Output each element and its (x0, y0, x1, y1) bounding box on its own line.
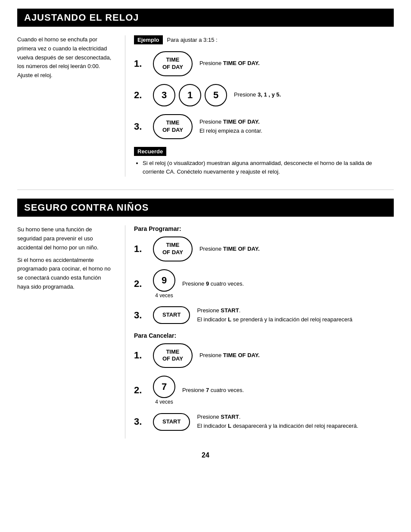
cancel-4veces-label: 4 veces (155, 399, 173, 405)
prog-step3-start-button[interactable]: START (153, 306, 190, 324)
cancel-step1-label: Presione TIME OF DAY. (199, 351, 260, 360)
cancel-step1-content: TIME OF DAY Presione TIME OF DAY. (153, 343, 260, 368)
prog-step2-content: 9 4 veces Presione 9 cuatro veces. (153, 269, 244, 299)
page: AJUSTANDO EL RELOJ Cuando el horno se en… (0, 0, 411, 472)
prog-step1: 1. TIME OF DAY Presione TIME OF DAY. (134, 236, 394, 261)
recuerde-block: Recuerde Si el reloj (o visualizador) mu… (134, 148, 394, 177)
step3-tod-button[interactable]: TIME OF DAY (153, 114, 193, 139)
prog-step3: 3. START Presione START. El indicador L … (134, 306, 394, 324)
step3-content: TIME OF DAY Presione TIME OF DAY. El rel… (153, 114, 262, 139)
cancel-step1-tod-button[interactable]: TIME OF DAY (153, 343, 193, 368)
cancel-step3: 3. START Presione START. El indicador L … (134, 413, 394, 431)
cancel-step3-number: 3. (134, 416, 144, 427)
para-programar-header: Para Programar: (134, 225, 394, 232)
ejemplo-row: Ejemplo Para ajustar a 3:15 : (134, 35, 394, 44)
prog-step1-label: Presione TIME OF DAY. (199, 245, 260, 254)
prog-step1-tod-button[interactable]: TIME OF DAY (153, 236, 193, 261)
ejemplo-text: Para ajustar a 3:15 : (167, 37, 218, 43)
prog-step3-label: Presione START. El indicador L se prende… (197, 306, 352, 324)
cancel-step3-start-button[interactable]: START (153, 413, 190, 431)
step1-label: Presione TIME OF DAY. (199, 59, 260, 68)
step1-button-line1: TIME (166, 56, 179, 63)
step1-content: TIME OF DAY Presione TIME OF DAY. (153, 51, 260, 76)
step3-label: Presione TIME OF DAY. El reloj empieza a… (199, 118, 262, 136)
section2-body: Su horno tiene una función de seguridad … (17, 225, 394, 439)
cancel-step1-number: 1. (134, 350, 144, 361)
cancel-step2: 2. 7 4 veces Presione 7 cuatro veces. (134, 376, 394, 405)
cancel-step2-content: 7 4 veces Presione 7 cuatro veces. (153, 376, 244, 405)
page-number: 24 (17, 451, 394, 459)
section1: AJUSTANDO EL RELOJ Cuando el horno se en… (17, 9, 394, 177)
section2-title: SEGURO CONTRA NIÑOS (17, 199, 394, 217)
step1-number: 1. (134, 58, 144, 69)
key-7-with-label: 7 4 veces (153, 376, 175, 405)
prog-step1-number: 1. (134, 243, 144, 255)
4veces-label: 4 veces (155, 292, 173, 299)
step2-number: 2. (134, 90, 144, 101)
step3: 3. TIME OF DAY Presione TIME OF DAY. El … (134, 114, 394, 139)
section2-right: Para Programar: 1. TIME OF DAY Presione … (125, 225, 394, 439)
step2-content: 3 1 5 Presione 3, 1 , y 5. (153, 84, 281, 106)
section1-title: AJUSTANDO EL RELOJ (17, 9, 394, 27)
step1: 1. TIME OF DAY Presione TIME OF DAY. (134, 51, 394, 76)
section2-left-text2: Si el horno es accidentalmente programad… (17, 256, 112, 292)
cancel-step1: 1. TIME OF DAY Presione TIME OF DAY. (134, 343, 394, 368)
step3-button-line1: TIME (166, 119, 179, 126)
step3-button-line2: OF DAY (162, 127, 183, 133)
step1-button-line2: OF DAY (162, 64, 183, 70)
keys-row: 3 1 5 (153, 84, 227, 106)
prog-step2-number: 2. (134, 278, 144, 289)
section2-left-text1: Su horno tiene una función de seguridad … (17, 225, 112, 252)
step2: 2. 3 1 5 Presione 3, 1 , y 5. (134, 84, 394, 106)
cancel-step3-content: START Presione START. El indicador L des… (153, 413, 358, 431)
prog-step2-label: Presione 9 cuatro veces. (182, 280, 244, 289)
prog-step3-number: 3. (134, 310, 144, 321)
recuerde-item: Si el reloj (o visualizador) muestran al… (143, 159, 394, 177)
prog-step3-content: START Presione START. El indicador L se … (153, 306, 352, 324)
section1-body: Cuando el horno se enchufa por primera v… (17, 35, 394, 177)
key-1[interactable]: 1 (179, 84, 201, 106)
cancel-step2-number: 2. (134, 385, 144, 396)
key-7[interactable]: 7 (153, 376, 175, 398)
key-9[interactable]: 9 (153, 269, 175, 292)
section1-left-text: Cuando el horno se enchufa por primera v… (17, 35, 112, 80)
step3-number: 3. (134, 121, 144, 132)
para-cancelar-header: Para Cancelar: (134, 332, 394, 339)
section2-left: Su horno tiene una función de seguridad … (17, 225, 112, 439)
prog-step2: 2. 9 4 veces Presione 9 cuatro veces. (134, 269, 394, 299)
recuerde-badge: Recuerde (134, 147, 166, 156)
key-3[interactable]: 3 (153, 84, 175, 106)
cancel-step3-label: Presione START. El indicador L desaparec… (197, 413, 358, 431)
section1-right: Ejemplo Para ajustar a 3:15 : 1. TIME OF… (125, 35, 394, 177)
section2: SEGURO CONTRA NIÑOS Su horno tiene una f… (17, 199, 394, 439)
key-5[interactable]: 5 (205, 84, 227, 106)
prog-step1-content: TIME OF DAY Presione TIME OF DAY. (153, 236, 260, 261)
section1-left: Cuando el horno se enchufa por primera v… (17, 35, 112, 177)
step1-tod-button[interactable]: TIME OF DAY (153, 51, 193, 76)
section-divider (17, 190, 394, 190)
cancel-step2-label: Presione 7 cuatro veces. (182, 386, 244, 395)
ejemplo-badge: Ejemplo (134, 35, 163, 44)
recuerde-list: Si el reloj (o visualizador) muestran al… (134, 159, 394, 177)
step2-label: Presione 3, 1 , y 5. (234, 90, 281, 100)
key-9-with-label: 9 4 veces (153, 269, 175, 299)
